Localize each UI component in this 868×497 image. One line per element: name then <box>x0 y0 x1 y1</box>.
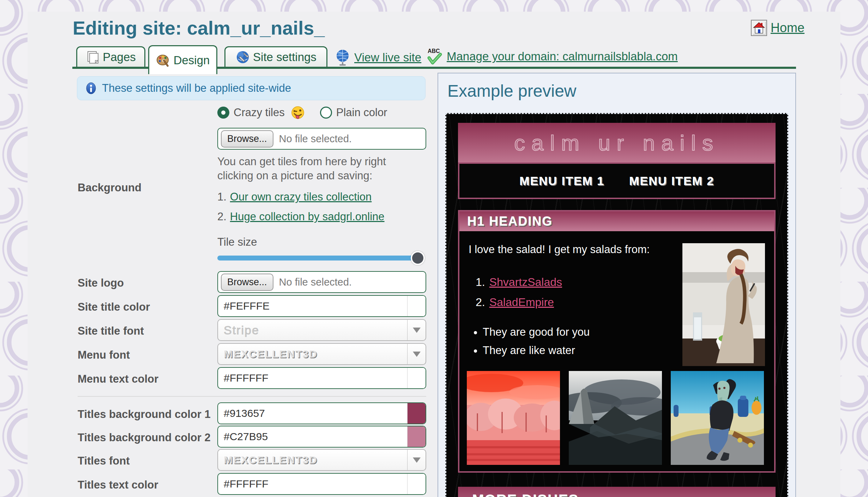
preview-h1-bar: H1 HEADING <box>459 211 774 231</box>
home-link-label[interactable]: Home <box>771 20 804 35</box>
tiles-link-row-2: 2. Huge collection by sadgrl.online <box>217 210 385 223</box>
menu-text-color-value[interactable]: #FFFFFF <box>218 372 407 384</box>
home-link[interactable]: Home <box>751 20 804 36</box>
sadgrl-collection-link[interactable]: Huge collection by sadgrl.online <box>230 210 385 223</box>
titles-bg1-value[interactable]: #913657 <box>218 407 407 419</box>
preview-link-shvartzsalads[interactable]: ShvartzSalads <box>489 276 562 289</box>
tiles-help-text: You can get tiles from here by right cli… <box>217 155 394 183</box>
preview-content-section: H1 HEADING I love the salad! I get my sa… <box>458 210 776 473</box>
menu-text-color-swatch[interactable] <box>407 368 426 388</box>
preview-bullet-2: They are like water <box>483 344 666 357</box>
tile-size-slider-thumb[interactable] <box>411 251 425 265</box>
preview-bullet-1: They are good for you <box>483 326 666 339</box>
page-title: Editing site: calm_ur_nails_ <box>73 17 325 39</box>
background-type-radios: Crazy tiles Plain color <box>217 106 387 119</box>
preview-image-row <box>459 371 774 465</box>
tab-design[interactable]: Design <box>148 45 217 74</box>
list-number: 2. <box>217 210 227 223</box>
site-title-color-input[interactable]: #FEFFFE <box>217 295 426 317</box>
preview-viewport: calm ur nails MENU ITEM 1 MENU ITEM 2 H1… <box>445 113 788 497</box>
stormy-mountain-valley-image <box>569 371 662 465</box>
abc-check-icon: ABC <box>426 47 443 66</box>
titles-bg1-swatch[interactable] <box>407 403 426 424</box>
menu-font-select[interactable]: MEXCELLENT3D <box>217 343 426 365</box>
house-icon <box>751 20 767 36</box>
view-live-site-link[interactable]: View live site <box>334 49 421 66</box>
tiles-link-row-1: 1. Our own crazy tiles collection <box>217 191 372 203</box>
tile-size-label: Tile size <box>217 236 257 248</box>
crazy-tiles-collection-link[interactable]: Our own crazy tiles collection <box>230 191 372 203</box>
background-browse-button[interactable]: Browse... <box>221 130 273 148</box>
chevron-down-icon[interactable] <box>407 450 426 470</box>
titles-font-value: MEXCELLENT3D <box>218 454 407 466</box>
radio-crazy-tiles-label: Crazy tiles <box>234 106 285 119</box>
site-title-font-select[interactable]: Stripe <box>217 319 426 341</box>
svg-text:ABC: ABC <box>428 48 440 54</box>
info-icon <box>85 82 97 94</box>
titles-text-color-swatch[interactable] <box>407 474 426 494</box>
preview-more-heading-bar: MORE DISHES <box>458 487 776 497</box>
menu-text-color-label: Menu text color <box>78 373 158 385</box>
site-title-font-label: Site title font <box>78 325 144 337</box>
preview-intro-text: I love the salad! I get my salads from: <box>469 243 666 256</box>
chevron-down-icon[interactable] <box>407 320 426 340</box>
site-logo-file-input[interactable]: Browse... No file selected. <box>217 271 426 293</box>
preview-site-title: calm ur nails <box>514 130 719 155</box>
titles-bg2-label: Titles background color 2 <box>78 431 211 444</box>
pages-icon <box>86 50 100 64</box>
radio-plain-color[interactable] <box>320 107 332 119</box>
site-title-color-label: Site title color <box>78 301 150 313</box>
notice-text: These settings will be applied site-wide <box>102 82 291 95</box>
settings-globe-icon <box>235 50 250 65</box>
preview-menu-bar: MENU ITEM 1 MENU ITEM 2 <box>458 162 776 199</box>
preview-site-header: calm ur nails <box>458 123 776 162</box>
infrared-red-trees-image <box>467 371 560 465</box>
manage-domain-link[interactable]: ABC Manage your domain: calmurnailsblabl… <box>426 47 678 66</box>
preview-menu-item-1[interactable]: MENU ITEM 1 <box>519 174 604 188</box>
manage-domain-label[interactable]: Manage your domain: calmurnailsblabla.co… <box>447 50 678 63</box>
background-label: Background <box>78 181 141 194</box>
list-number: 2. <box>476 296 485 309</box>
site-logo-browse-button[interactable]: Browse... <box>221 274 273 291</box>
preview-bullet-list: They are good for you They are like wate… <box>469 326 666 357</box>
site-editor-app: Editing site: calm_ur_nails_ Home Pages <box>0 0 868 497</box>
site-logo-label: Site logo <box>78 277 124 289</box>
squidward-skateboard-image <box>671 371 764 465</box>
globe-icon <box>334 49 351 66</box>
titles-bg1-label: Titles background color 1 <box>78 408 211 421</box>
preview-more-heading-text: MORE DISHES <box>472 492 579 497</box>
salad-woman-photo <box>682 243 765 366</box>
tab-pages[interactable]: Pages <box>76 46 145 68</box>
chevron-down-icon[interactable] <box>407 344 426 364</box>
menu-text-color-input[interactable]: #FFFFFF <box>217 367 426 389</box>
titles-text-color-value[interactable]: #FFFFFF <box>218 478 407 490</box>
titles-bg2-swatch[interactable] <box>407 426 426 447</box>
crazy-emoji-icon <box>291 106 305 119</box>
titles-bg1-input[interactable]: #913657 <box>217 402 426 424</box>
titles-font-select[interactable]: MEXCELLENT3D <box>217 449 426 471</box>
site-title-color-value[interactable]: #FEFFFE <box>218 300 407 312</box>
preview-h1-text: H1 HEADING <box>467 214 553 229</box>
titles-text-color-input[interactable]: #FFFFFF <box>217 473 426 495</box>
preview-menu-item-2[interactable]: MENU ITEM 2 <box>629 174 714 188</box>
tab-site-settings-label: Site settings <box>253 50 317 64</box>
list-number: 1. <box>476 276 485 289</box>
titles-bg2-value[interactable]: #C27B95 <box>218 431 407 443</box>
preview-link-saladempire[interactable]: SaladEmpire <box>489 296 554 309</box>
menu-font-label: Menu font <box>78 349 130 361</box>
titles-bg2-input[interactable]: #C27B95 <box>217 426 426 448</box>
background-file-input[interactable]: Browse... No file selected. <box>217 128 426 150</box>
tile-size-slider[interactable] <box>217 256 418 261</box>
radio-crazy-tiles[interactable] <box>217 107 229 119</box>
site-logo-no-file-text: No file selected. <box>279 276 352 288</box>
titles-text-color-label: Titles text color <box>78 479 158 491</box>
palette-icon <box>156 53 171 68</box>
site-title-color-swatch[interactable] <box>407 296 426 316</box>
menu-font-value: MEXCELLENT3D <box>218 348 407 360</box>
section-divider <box>78 396 426 397</box>
tab-design-label: Design <box>174 54 210 67</box>
list-number: 1. <box>217 191 227 203</box>
radio-plain-color-label: Plain color <box>336 106 387 119</box>
tab-site-settings[interactable]: Site settings <box>224 46 327 68</box>
view-live-site-label[interactable]: View live site <box>354 51 421 64</box>
